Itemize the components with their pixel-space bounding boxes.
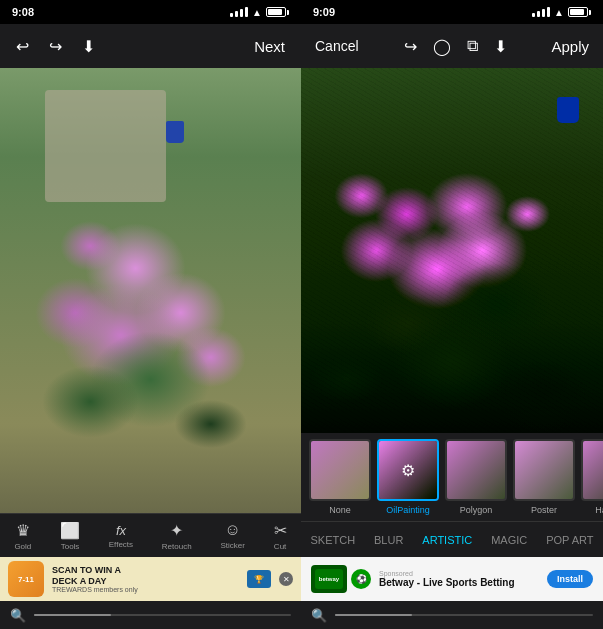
right-battery-icon bbox=[568, 7, 591, 17]
sports-icon: ⚽ bbox=[351, 569, 371, 589]
right-ad-title: Betway - Live Sports Betting bbox=[379, 577, 539, 588]
left-panel: 9:08 ▲ ↩ ↪ ⬇ Next bbox=[0, 0, 301, 629]
right-zoom-fill bbox=[335, 614, 412, 616]
path-overlay bbox=[45, 90, 165, 201]
right-edit-icons: ↪ ◯ ⧉ ⬇ bbox=[404, 37, 507, 56]
right-toolbar: Cancel ↪ ◯ ⧉ ⬇ Apply bbox=[301, 24, 603, 68]
filter-poster-thumb bbox=[513, 439, 575, 501]
ad-close-icon[interactable]: ✕ bbox=[279, 572, 293, 586]
sticker-tool[interactable]: ☺ Sticker bbox=[220, 521, 244, 550]
tools-icon: ⬜ bbox=[60, 521, 80, 540]
filter-poster-label: Poster bbox=[531, 505, 557, 515]
filter-poster[interactable]: Poster bbox=[513, 439, 575, 515]
erase-icon[interactable]: ◯ bbox=[433, 37, 451, 56]
ad-title: SCAN TO WIN A DECK A DAY bbox=[52, 565, 239, 587]
right-wifi-icon: ▲ bbox=[554, 7, 564, 18]
effects-tool[interactable]: fx Effects bbox=[109, 523, 133, 549]
left-bottom-toolbar: ♛ Gold ⬜ Tools fx Effects ✦ Retouch ☺ St… bbox=[0, 513, 301, 557]
filter-halftone-thumb bbox=[581, 439, 603, 501]
filter-none[interactable]: None bbox=[309, 439, 371, 515]
retouch-icon: ✦ bbox=[170, 521, 183, 540]
filter-halftone-label: Halftone bbox=[595, 505, 603, 515]
redo-icon[interactable]: ↪ bbox=[49, 37, 62, 56]
right-ad-text-block: Sponsored Betway - Live Sports Betting bbox=[379, 570, 539, 588]
filter-oil-thumb: ⚙ bbox=[377, 439, 439, 501]
filter-polygon[interactable]: Polygon bbox=[445, 439, 507, 515]
cancel-button[interactable]: Cancel bbox=[315, 38, 359, 54]
retouch-tool[interactable]: ✦ Retouch bbox=[162, 521, 192, 551]
effects-icon: fx bbox=[116, 523, 126, 538]
ad-logo: 7-11 bbox=[8, 561, 44, 597]
gold-tool[interactable]: ♛ Gold bbox=[14, 521, 31, 551]
left-edit-icons: ↩ ↪ ⬇ bbox=[16, 37, 95, 56]
right-time: 9:09 bbox=[313, 6, 335, 18]
ad-subtitle: TREWARDS members only bbox=[52, 586, 239, 593]
copy-icon[interactable]: ⧉ bbox=[467, 37, 478, 55]
left-image bbox=[0, 68, 301, 513]
left-time: 9:08 bbox=[12, 6, 34, 18]
gold-icon: ♛ bbox=[16, 521, 30, 540]
right-status-bar: 9:09 ▲ bbox=[301, 0, 603, 24]
filter-none-thumb bbox=[309, 439, 371, 501]
tab-sketch[interactable]: SKETCH bbox=[304, 530, 361, 550]
zoom-fill bbox=[34, 614, 111, 616]
right-ad-banner[interactable]: betway ⚽ Sponsored Betway - Live Sports … bbox=[301, 557, 603, 601]
flower-pot bbox=[166, 121, 184, 143]
left-ad-banner[interactable]: 7-11 SCAN TO WIN A DECK A DAY TREWARDS m… bbox=[0, 557, 301, 601]
ad-text-block: SCAN TO WIN A DECK A DAY TREWARDS member… bbox=[52, 565, 239, 594]
signal-icon bbox=[230, 7, 248, 17]
undo-icon[interactable]: ↩ bbox=[16, 37, 29, 56]
filter-none-label: None bbox=[329, 505, 351, 515]
right-image bbox=[301, 68, 603, 433]
tab-magic[interactable]: MAGIC bbox=[485, 530, 533, 550]
tab-blur[interactable]: BLUR bbox=[368, 530, 409, 550]
tools-tool[interactable]: ⬜ Tools bbox=[60, 521, 80, 551]
filter-halftone[interactable]: Halftone bbox=[581, 439, 603, 515]
filter-polygon-label: Polygon bbox=[460, 505, 493, 515]
left-flower-photo bbox=[0, 68, 301, 513]
cut-icon: ✂ bbox=[274, 521, 287, 540]
right-zoom-slider[interactable] bbox=[335, 614, 593, 616]
right-signal-icon bbox=[532, 7, 550, 17]
oil-texture bbox=[301, 68, 603, 433]
sponsored-label: Sponsored bbox=[379, 570, 539, 577]
left-toolbar: ↩ ↪ ⬇ Next bbox=[0, 24, 301, 68]
right-zoom-bar: 🔍 bbox=[301, 601, 603, 629]
filter-oil-label: OilPainting bbox=[386, 505, 430, 515]
wifi-icon: ▲ bbox=[252, 7, 262, 18]
cut-tool[interactable]: ✂ Cut bbox=[274, 521, 287, 551]
apply-button[interactable]: Apply bbox=[551, 38, 589, 55]
next-button[interactable]: Next bbox=[254, 38, 285, 55]
left-zoom-bar: 🔍 bbox=[0, 601, 301, 629]
filter-polygon-thumb bbox=[445, 439, 507, 501]
artistic-flower-photo bbox=[301, 68, 603, 433]
right-zoom-icon[interactable]: 🔍 bbox=[311, 608, 327, 623]
settings-icon: ⚙ bbox=[401, 461, 415, 480]
battery-icon bbox=[266, 7, 289, 17]
filter-oil-painting[interactable]: ⚙ OilPainting bbox=[377, 439, 439, 515]
right-panel: 9:09 ▲ Cancel ↪ ◯ ⧉ ⬇ Apply bbox=[301, 0, 603, 629]
right-flower-pot bbox=[557, 97, 579, 123]
tab-artistic[interactable]: ARTISTIC bbox=[416, 530, 478, 550]
filter-strip: None ⚙ OilPainting Polygon Poster Ha bbox=[301, 433, 603, 521]
right-redo-icon[interactable]: ↪ bbox=[404, 37, 417, 56]
reward-icon: 🏆 bbox=[247, 570, 271, 588]
left-status-bar: 9:08 ▲ bbox=[0, 0, 301, 24]
zoom-slider[interactable] bbox=[34, 614, 291, 616]
betway-brand: betway ⚽ bbox=[311, 565, 371, 593]
zoom-out-icon[interactable]: 🔍 bbox=[10, 608, 26, 623]
tab-pop-art[interactable]: POP ART bbox=[540, 530, 599, 550]
download-icon[interactable]: ⬇ bbox=[82, 37, 95, 56]
install-button[interactable]: Install bbox=[547, 570, 593, 588]
right-download-icon[interactable]: ⬇ bbox=[494, 37, 507, 56]
sticker-icon: ☺ bbox=[224, 521, 240, 539]
category-tabs: SKETCH BLUR ARTISTIC MAGIC POP ART bbox=[301, 521, 603, 557]
betway-logo: betway bbox=[311, 565, 347, 593]
